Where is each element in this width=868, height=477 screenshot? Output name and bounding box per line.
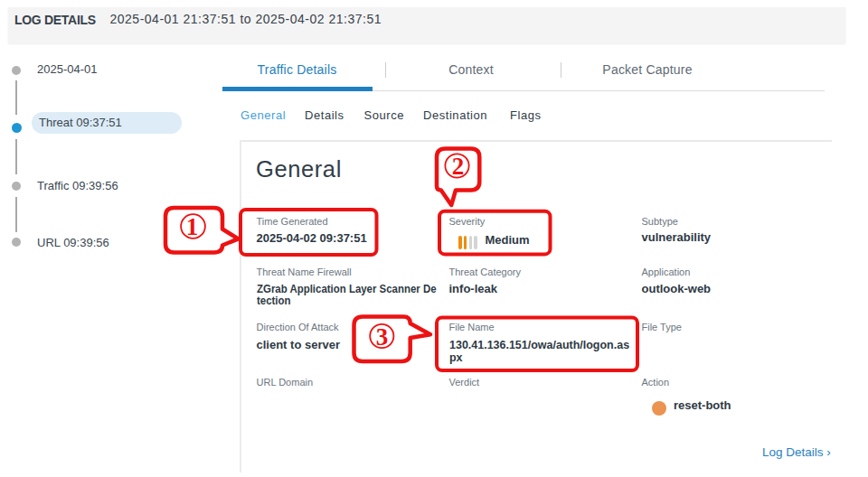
svg-text:2: 2 (452, 153, 465, 180)
svg-text:1: 1 (186, 213, 199, 240)
svg-text:3: 3 (376, 323, 389, 351)
